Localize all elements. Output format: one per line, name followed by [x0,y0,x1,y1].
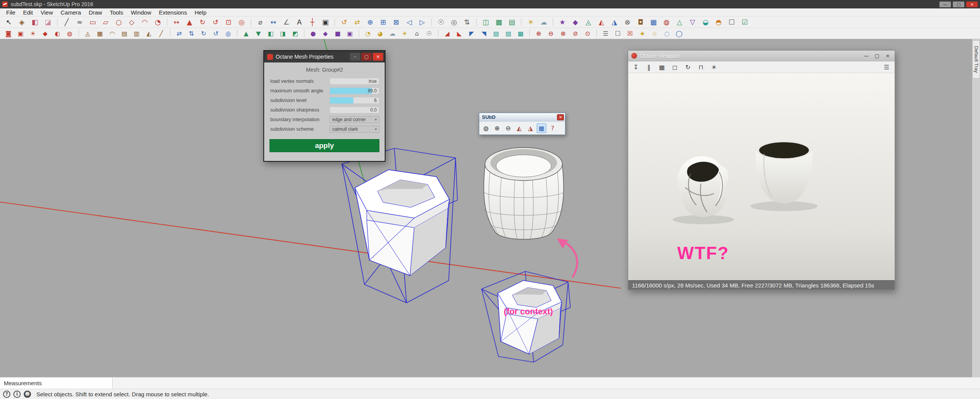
plugin2-icon-16[interactable]: ◕ [375,29,385,38]
plugin2-icon-32[interactable]: ⊙ [583,29,593,38]
section-display-icon[interactable]: ▩ [493,18,504,27]
arc-tool-icon[interactable]: ◠ [139,18,150,27]
line-tool-icon[interactable]: ╱ [61,18,72,27]
plugin2-icon-3[interactable]: ↻ [199,29,209,38]
pan-tool-icon[interactable]: ⇄ [352,18,363,27]
plugin2-icon-27[interactable]: ▩ [516,29,526,38]
plugin2-icon-4[interactable]: ↺ [211,29,221,38]
plugin2-icon-17[interactable]: ☁ [387,29,397,38]
rectangle-tool-icon[interactable]: ▭ [87,18,98,27]
save-render-icon[interactable]: ↧ [631,62,640,72]
lock-camera-icon[interactable]: ⊓ [696,62,706,72]
menu-help[interactable]: Help [191,9,210,16]
eraser-icon[interactable]: ◪ [42,18,53,27]
property-control[interactable]: 89.0 [330,87,379,94]
zoom-extents-icon[interactable]: ⊠ [391,18,402,27]
zoom-window-icon[interactable]: ⊞ [378,18,389,27]
flip-edge-icon[interactable]: ╱ [156,29,166,38]
next-view-icon[interactable]: ▷ [417,18,428,27]
close-button[interactable]: × [373,53,383,61]
close-button[interactable]: × [557,114,564,120]
push-pull-tool-icon[interactable]: ▲ [184,18,195,27]
section-plane-icon[interactable]: ◫ [480,18,491,27]
plugin2-icon-28[interactable]: ⊕ [534,29,544,38]
rotated-rectangle-tool-icon[interactable]: ▱ [100,18,111,27]
plugin2-icon-23[interactable]: ◤ [467,29,477,38]
property-control[interactable]: edge and corner ▾ [330,116,379,123]
plugin2-icon-9[interactable]: ◨ [278,29,288,38]
plugin2-icon-11[interactable]: ● [308,29,318,38]
plugin-icon-13[interactable]: ◓ [713,18,724,27]
menu-view[interactable]: View [37,9,57,16]
apply-button[interactable]: apply [270,139,379,152]
menu-extensions[interactable]: Extensions [155,9,191,16]
polygon-tool-icon[interactable]: ◇ [126,18,137,27]
plugin2-icon-6[interactable]: ▲ [241,29,251,38]
plugin2-icon-36[interactable]: ★ [637,29,647,38]
kernel-settings-icon[interactable]: ☀ [709,62,719,72]
3d-text-icon[interactable]: ▣ [320,18,331,27]
menu-camera[interactable]: Camera [57,9,85,16]
plugin2-icon-22[interactable]: ◣ [454,29,464,38]
close-button[interactable]: × [882,52,893,60]
plugin2-icon-38[interactable]: ◌ [662,29,672,38]
orbit-tool-icon[interactable]: ↺ [339,18,350,27]
select-tool-icon[interactable]: ↖ [3,18,14,27]
protractor-icon[interactable]: ∠ [281,18,292,27]
plugin2-icon-18[interactable]: ☀ [400,29,410,38]
add-detail-icon[interactable]: ◭ [144,29,154,38]
tape-measure-icon[interactable]: ⌀ [255,18,266,27]
minimize-button[interactable]: – [350,53,360,61]
region-render-icon[interactable]: ◻ [670,62,679,72]
octane-viewport-icon[interactable]: ▣ [16,29,26,38]
help-icon[interactable]: ? [3,391,10,398]
plugin-icon-12[interactable]: ◒ [700,18,711,27]
plugin2-icon-12[interactable]: ◆ [320,29,330,38]
plugin2-icon-13[interactable]: ■ [333,29,343,38]
octane-render-icon[interactable]: ◙ [3,29,13,38]
octane-material-icon[interactable]: ◆ [40,29,50,38]
plugin-icon-9[interactable]: ◍ [661,18,672,27]
plugin2-icon-19[interactable]: ⌂ [412,29,422,38]
plugin-icon-6[interactable]: ⊗ [622,18,633,27]
menu-tools[interactable]: Tools [106,9,127,16]
circle-tool-icon[interactable]: ○ [113,18,124,27]
menu-edit[interactable]: Edit [19,9,37,16]
property-control[interactable]: 0.0 [330,107,379,113]
plugin2-icon-34[interactable]: ☐ [613,29,623,38]
restart-render-icon[interactable]: ↻ [683,62,693,72]
octane-settings-icon[interactable]: ☀ [28,29,38,38]
plugin-icon-8[interactable]: ▦ [648,18,659,27]
plugin2-icon-37[interactable]: ☆ [650,29,660,38]
plugin2-icon-31[interactable]: ⊘ [570,29,580,38]
dimension-tool-icon[interactable]: ↔ [268,18,279,27]
octane-texture-icon[interactable]: ◐ [52,29,62,38]
maximize-button[interactable]: ▢ [953,2,964,7]
plugin2-icon-25[interactable]: ▧ [491,29,501,38]
offset-tool-icon[interactable]: ◎ [236,18,247,27]
menu-icon[interactable]: ☰ [882,64,892,71]
crease-tool-icon[interactable]: ◭ [514,123,524,133]
sandbox-from-contours-icon[interactable]: ◬ [83,29,93,38]
scale-tool-icon[interactable]: ⊡ [223,18,234,27]
plugin2-icon-1[interactable]: ⇄ [174,29,184,38]
property-control[interactable]: true [330,78,379,85]
restore-button[interactable]: ▢ [872,52,882,60]
increase-subdivision-icon[interactable]: ⊕ [492,123,502,133]
viewport-titlebar[interactable]: Octane Viewport —▢× [628,51,895,61]
paint-bucket-icon[interactable]: ◧ [29,18,40,27]
plugin-icon-4[interactable]: ◭ [596,18,607,27]
plugin-icon-5[interactable]: ◮ [609,18,620,27]
dialog-titlebar[interactable]: Octane Mesh Properties –▢× [264,51,385,62]
property-control[interactable]: 6 [330,97,379,104]
minimize-button[interactable]: — [861,52,872,60]
freehand-tool-icon[interactable]: ≈ [74,18,85,27]
menu-window[interactable]: Window [127,9,155,16]
user-icon[interactable]: ☻ [24,391,31,398]
shadows-icon[interactable]: ☀ [525,18,536,27]
plugin2-icon-26[interactable]: ▨ [503,29,513,38]
octane-light-icon[interactable]: ◍ [65,29,75,38]
subd-help-icon[interactable]: ? [548,123,557,133]
plugin-icon-2[interactable]: ◆ [570,18,581,27]
plugin2-icon-10[interactable]: ◩ [290,29,300,38]
